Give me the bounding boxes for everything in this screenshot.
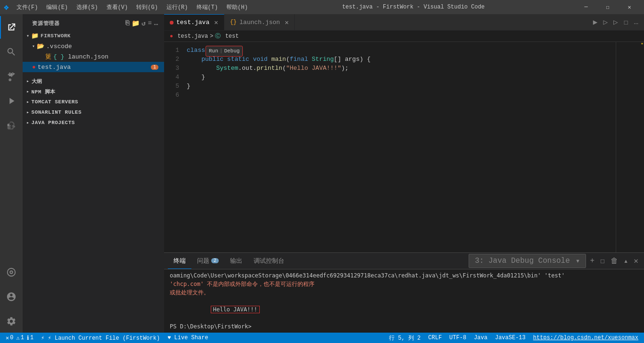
menu-file[interactable]: 文件(F) bbox=[13, 2, 42, 12]
panel-tab-actions[interactable]: 3: Java Debug Console ▾ + ☐ 🗑 ▴ ✕ bbox=[469, 254, 640, 268]
more-icon[interactable]: … bbox=[632, 17, 640, 27]
status-bar-language[interactable]: Java bbox=[472, 335, 489, 341]
terminal-line-3: 或批处理文件。 bbox=[170, 288, 638, 297]
file-icon-json: 筻 bbox=[45, 52, 51, 61]
panel-tab-debug-console[interactable]: 调试控制台 bbox=[248, 253, 290, 269]
collapse-icon[interactable]: ≡ bbox=[148, 19, 152, 27]
refresh-icon[interactable]: ↺ bbox=[141, 19, 146, 27]
menu-select[interactable]: 选择(S) bbox=[73, 2, 102, 12]
menu-goto[interactable]: 转到(G) bbox=[132, 2, 162, 12]
minimize-button[interactable]: ― bbox=[575, 0, 597, 14]
title-bar-left: ❖ 文件(F) 编辑(E) 选择(S) 查看(V) 转到(G) 运行(R) 终端… bbox=[4, 2, 252, 12]
debug-label[interactable]: Debug bbox=[224, 47, 239, 56]
minimap bbox=[616, 42, 644, 252]
section-java-projects[interactable]: ▸ JAVA PROJECTS bbox=[23, 117, 164, 128]
status-bar-java-version[interactable]: JavaSE-13 bbox=[493, 335, 528, 341]
status-bar-encoding[interactable]: UTF-8 bbox=[447, 335, 468, 341]
breadcrumb-file[interactable]: ● test.java bbox=[170, 33, 208, 40]
panel-tab-terminal[interactable]: 终端 bbox=[168, 253, 191, 269]
section-npm[interactable]: ▸ NPM 脚本 bbox=[23, 86, 164, 97]
section-outline[interactable]: ▸ 大纲 bbox=[23, 76, 164, 86]
tab-close-button[interactable]: ✕ bbox=[285, 18, 289, 26]
sidebar-header-actions[interactable]: ⎘ 📁 ↺ ≡ … bbox=[125, 19, 158, 27]
panel-tab-problems[interactable]: 问题 2 bbox=[191, 253, 224, 269]
activity-bar-item-explorer[interactable] bbox=[0, 16, 23, 39]
heart-icon: ♥ bbox=[167, 335, 171, 341]
status-bar-position[interactable]: 行 5, 列 2 bbox=[387, 334, 422, 342]
terminal-line-1: oaming\Code\User\workspaceStorage\0466e3… bbox=[170, 271, 638, 280]
trash-icon[interactable]: 🗑 bbox=[609, 256, 620, 267]
tab-test-java[interactable]: test.java ✕ bbox=[164, 14, 224, 30]
status-bar-left: ✕ 0 ⚠ 1 ℹ 1 ⚡ ⚡ Launch Current File (Fir… bbox=[4, 335, 210, 342]
close-button[interactable]: ✕ bbox=[619, 0, 640, 14]
menu-edit[interactable]: 编辑(E) bbox=[42, 2, 72, 12]
folder-vscode[interactable]: ▾ 📂 .vscode bbox=[23, 41, 164, 51]
activity-bar-item-source-control[interactable] bbox=[0, 65, 23, 88]
chevron-right-icon: ▸ bbox=[26, 99, 30, 105]
console-selector[interactable]: 3: Java Debug Console ▾ bbox=[469, 254, 586, 268]
pipe-separator: | bbox=[220, 47, 223, 56]
tab-close-button[interactable]: ✕ bbox=[214, 18, 218, 26]
warning-icon: ⚠ bbox=[16, 335, 19, 342]
code-content[interactable]: Run | Debug class test { public static v… bbox=[183, 42, 616, 252]
split-editor-icon[interactable]: ☐ bbox=[622, 17, 630, 28]
menu-terminal[interactable]: 终端(T) bbox=[193, 2, 222, 12]
section-label: TOMCAT SERVERS bbox=[32, 99, 78, 105]
activity-bar-item-extensions[interactable] bbox=[0, 114, 23, 137]
debug-icon[interactable]: ▷ bbox=[601, 17, 610, 28]
breadcrumb-class[interactable]: Ⓒ test bbox=[215, 32, 239, 40]
activity-bar-item-remote[interactable] bbox=[0, 261, 23, 284]
tab-actions[interactable]: ▶ ▷ ▷ ☐ … bbox=[587, 14, 644, 30]
activity-bar-item-run[interactable] bbox=[0, 90, 23, 112]
close-panel-icon[interactable]: ✕ bbox=[632, 255, 640, 267]
run-label[interactable]: Run bbox=[209, 47, 218, 56]
run-debug-lens[interactable]: Run | Debug bbox=[206, 46, 243, 57]
file-test-java[interactable]: ● test.java 1 bbox=[23, 62, 164, 72]
split-terminal-icon[interactable]: ☐ bbox=[598, 255, 607, 267]
new-file-icon[interactable]: ⎘ bbox=[125, 19, 130, 27]
terminal-content[interactable]: oaming\Code\User\workspaceStorage\0466e3… bbox=[164, 269, 644, 333]
menu-view[interactable]: 查看(V) bbox=[103, 2, 132, 12]
chevron-right-icon: ▸ bbox=[26, 89, 30, 94]
window-controls[interactable]: ― ☐ ✕ bbox=[575, 0, 640, 14]
status-bar-blog-link[interactable]: https://blog.csdn.net/xuesonmax bbox=[531, 335, 640, 341]
chevron-right-icon: ▸ bbox=[26, 78, 30, 84]
activity-bar-item-accounts[interactable] bbox=[0, 285, 23, 308]
status-bar-right: 行 5, 列 2 CRLF UTF-8 Java JavaSE-13 https… bbox=[387, 334, 640, 342]
add-terminal-icon[interactable]: + bbox=[588, 256, 596, 266]
section-tomcat[interactable]: ▸ TOMCAT SERVERS bbox=[23, 97, 164, 107]
window-title: test.java - FirstWork - Visual Studio Co… bbox=[252, 4, 575, 10]
panel-tab-bar: 终端 问题 2 输出 调试控制台 3: Java Debug Consol bbox=[164, 253, 644, 269]
activity-bar-item-search[interactable] bbox=[0, 41, 23, 63]
run-without-debug-icon[interactable]: ▷ bbox=[611, 17, 620, 28]
activity-bar-item-settings[interactable] bbox=[0, 310, 23, 333]
status-bar-eol[interactable]: CRLF bbox=[426, 335, 444, 341]
panel-tab-output[interactable]: 输出 bbox=[224, 253, 248, 269]
panel: 终端 问题 2 输出 调试控制台 3: Java Debug Consol bbox=[164, 252, 644, 333]
section-sonarlint[interactable]: ▸ SONARLINT RULES bbox=[23, 107, 164, 117]
status-bar: ✕ 0 ⚠ 1 ℹ 1 ⚡ ⚡ Launch Current File (Fir… bbox=[0, 333, 644, 343]
status-bar-errors[interactable]: ✕ 0 ⚠ 1 ℹ 1 bbox=[4, 335, 35, 342]
maximize-button[interactable]: ☐ bbox=[597, 0, 619, 14]
run-icon[interactable]: ▶ bbox=[591, 17, 600, 28]
hello-java-output: Hello JAVA!!! bbox=[211, 306, 260, 313]
section-label: NPM 脚本 bbox=[32, 88, 56, 95]
code-editor[interactable]: 1 2 3 4 5 6 Run | Debug class test { bbox=[164, 42, 644, 252]
menu-run[interactable]: 运行(R) bbox=[163, 2, 192, 12]
menu-bar[interactable]: 文件(F) 编辑(E) 选择(S) 查看(V) 转到(G) 运行(R) 终端(T… bbox=[13, 2, 252, 12]
status-bar-liveshare[interactable]: ♥ Live Share bbox=[165, 335, 210, 341]
more-actions-icon[interactable]: … bbox=[154, 19, 158, 27]
chevron-right-icon: ▸ bbox=[26, 120, 30, 125]
activity-bar bbox=[0, 14, 23, 333]
problems-badge: 2 bbox=[211, 258, 219, 263]
tab-launch-json[interactable]: {} launch.json ✕ bbox=[224, 14, 295, 30]
menu-help[interactable]: 帮助(H) bbox=[223, 2, 252, 12]
file-launch-json[interactable]: 筻 { } launch.json bbox=[23, 51, 164, 62]
chevron-up-icon[interactable]: ▴ bbox=[622, 255, 630, 267]
file-label: test.java bbox=[38, 64, 71, 71]
terminal-line-4: Hello JAVA!!! bbox=[170, 297, 638, 322]
sidebar-bottom: ▸ 大纲 ▸ NPM 脚本 ▸ TOMCAT SERVERS ▸ SONARLI… bbox=[23, 76, 164, 128]
new-folder-icon[interactable]: 📁 bbox=[132, 19, 140, 27]
folder-firstwork[interactable]: ▾ 📁 FIRSTWORK bbox=[23, 31, 164, 41]
status-bar-launch[interactable]: ⚡ ⚡ Launch Current File (FirstWork) bbox=[39, 335, 162, 342]
